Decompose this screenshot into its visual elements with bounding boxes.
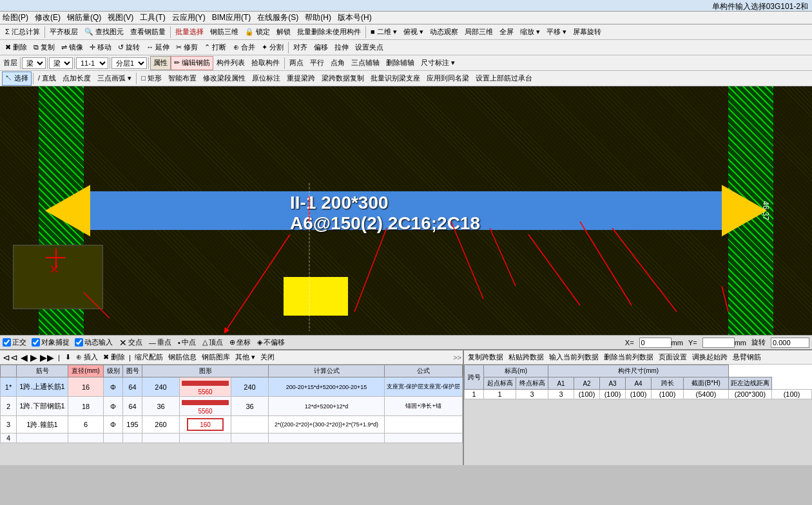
- status-perppoint[interactable]: 垂点: [157, 338, 171, 347]
- btn-twopoint[interactable]: 两点: [286, 56, 307, 70]
- type-select[interactable]: 梁: [22, 57, 46, 69]
- btn-close[interactable]: 关闭: [258, 352, 277, 363]
- menu-bim[interactable]: BIM应用(T): [212, 12, 251, 23]
- btn-input-col-data[interactable]: 输入当前列数据: [546, 352, 601, 363]
- cb-dynamic[interactable]: [75, 338, 83, 347]
- menu-help[interactable]: 帮助(H): [305, 12, 331, 23]
- btn-elem-list[interactable]: 构件列表: [213, 56, 248, 70]
- btn-del-axis[interactable]: 删除辅轴: [383, 56, 418, 70]
- btn-other[interactable]: 其他 ▾: [233, 352, 258, 363]
- btn-trim[interactable]: ✂ 修剪: [173, 41, 201, 55]
- menu-tools[interactable]: 工具(T): [140, 12, 165, 23]
- menu-rebar[interactable]: 钢筋量(Q): [67, 12, 101, 23]
- btn-dynamic[interactable]: 动态观察: [427, 25, 461, 39]
- span-table-scroll[interactable]: 跨号 标高(m) 构件尺寸(mm) 起点标高 终点标高 A1 A2 A3 A4 …: [464, 365, 812, 465]
- btn-rotate[interactable]: ↺ 旋转: [115, 41, 143, 55]
- btn-edit-rebar[interactable]: ✏ 编辑钢筋: [171, 56, 213, 70]
- status-snap[interactable]: 对象捕捉: [41, 338, 70, 347]
- btn-2d[interactable]: ■ 二维 ▾: [367, 25, 400, 39]
- cb-snap[interactable]: [32, 338, 40, 347]
- btn-delete-unused[interactable]: 批量删除未使用构件: [294, 25, 364, 39]
- status-coord[interactable]: 坐标: [237, 338, 251, 347]
- nav-last[interactable]: ▶▶: [39, 352, 55, 363]
- btn-select[interactable]: ↖ 选择: [2, 71, 32, 86]
- btn-fullscreen[interactable]: 全屏: [496, 25, 517, 39]
- btn-pan[interactable]: 平移 ▾: [543, 25, 570, 39]
- y-input[interactable]: [702, 338, 735, 348]
- btn-refresh-span[interactable]: 重提梁跨: [284, 71, 318, 86]
- nav-next[interactable]: ▶: [29, 352, 39, 363]
- cb-ortho[interactable]: [3, 338, 11, 347]
- btn-lock[interactable]: 🔒 锁定: [242, 25, 273, 39]
- btn-rebar3d[interactable]: 钢筋三维: [207, 25, 242, 39]
- status-midpoint[interactable]: 中点: [182, 338, 196, 347]
- btn-mirror[interactable]: ⇌ 镜像: [58, 41, 86, 55]
- btn-parallel[interactable]: 平行: [307, 56, 327, 70]
- btn-batch-support[interactable]: 批量识别梁支座: [367, 71, 423, 86]
- btn-offset[interactable]: 偏移: [311, 41, 331, 55]
- menu-view[interactable]: 视图(V): [108, 12, 133, 23]
- btn-rebar-info[interactable]: 钢筋信息: [166, 352, 199, 363]
- btn-line[interactable]: / 直线: [35, 71, 59, 86]
- btn-delete-row[interactable]: ✖ 删除: [101, 352, 128, 363]
- btn-scale-rebar[interactable]: 缩尺配筋: [132, 352, 166, 363]
- btn-property[interactable]: 属性: [150, 56, 171, 70]
- btn-local3d[interactable]: 局部三维: [461, 25, 496, 39]
- btn-copy-span[interactable]: 梁跨数据复制: [318, 71, 367, 86]
- btn-viewrebar[interactable]: 查看钢筋量: [127, 25, 169, 39]
- status-intersection[interactable]: 交点: [128, 338, 142, 347]
- btn-move[interactable]: ✛ 移动: [86, 41, 115, 55]
- btn-findelem[interactable]: 🔍 查找图元: [81, 25, 127, 39]
- btn-arc3[interactable]: 三点画弧 ▾: [94, 71, 135, 86]
- btn-dim[interactable]: 尺寸标注 ▾: [418, 56, 458, 70]
- menu-modify[interactable]: 修改(E): [35, 12, 61, 23]
- btn-birdview[interactable]: 俯视 ▾: [400, 25, 427, 39]
- menu-cloud[interactable]: 云应用(Y): [172, 12, 206, 23]
- btn-delete[interactable]: ✖ 删除: [2, 41, 30, 55]
- btn-3point-axis[interactable]: 三点辅轴: [348, 56, 383, 70]
- rotate-input[interactable]: [771, 338, 809, 348]
- btn-sigma[interactable]: Σ 汇总计算: [2, 25, 43, 39]
- menu-online[interactable]: 在线服务(S): [257, 12, 298, 23]
- btn-set-top-abutment[interactable]: 设置上部筋过承台: [472, 71, 536, 86]
- status-nooffset[interactable]: 不偏移: [264, 338, 285, 347]
- x-input[interactable]: [639, 338, 672, 348]
- btn-stretch[interactable]: 拉伸: [331, 41, 352, 55]
- rebar-table-scroll[interactable]: 筋号 直径(mm) 级别 图号 图形 计算公式 公式 1* 1跨.上通长筋1 1…: [0, 365, 463, 465]
- btn-copy[interactable]: ⧉ 复制: [30, 41, 58, 55]
- status-dynamic[interactable]: 动态输入: [84, 338, 113, 347]
- btn-rebar-lib[interactable]: 钢筋图库: [199, 352, 233, 363]
- btn-cantilever[interactable]: 悬臂钢筋: [730, 352, 764, 363]
- name-select[interactable]: 梁: [49, 57, 73, 69]
- btn-pick[interactable]: 拾取构件: [248, 56, 283, 70]
- status-endpoint[interactable]: 顶点: [209, 338, 223, 347]
- menu-version[interactable]: 版本号(H): [338, 12, 372, 23]
- btn-insert[interactable]: ⊕ 插入: [73, 352, 101, 363]
- btn-floorplan[interactable]: 平齐板层: [46, 25, 81, 39]
- btn-swap-start[interactable]: 调换起始跨: [690, 352, 730, 363]
- btn-break[interactable]: ⌃ 打断: [201, 41, 229, 55]
- btn-rect[interactable]: □ 矩形: [138, 71, 165, 86]
- nav-prev[interactable]: ◀: [19, 352, 29, 363]
- btn-extend[interactable]: ↔ 延伸: [143, 41, 173, 55]
- num-select[interactable]: 11-1: [76, 57, 108, 69]
- btn-modify-span[interactable]: 修改梁段属性: [200, 71, 249, 86]
- btn-pointangle[interactable]: 点角: [327, 56, 348, 70]
- nav-first[interactable]: ⊲⊲: [1, 352, 19, 363]
- btn-align[interactable]: 对齐: [290, 41, 311, 55]
- btn-merge[interactable]: ⊕ 合并: [230, 41, 258, 55]
- btn-setclamp[interactable]: 设置夹点: [352, 41, 387, 55]
- btn-unlock[interactable]: 解锁: [273, 25, 294, 39]
- btn-nav-arrow-down[interactable]: ⬇: [63, 352, 73, 362]
- btn-zoomout[interactable]: 缩放 ▾: [517, 25, 543, 39]
- btn-del-col-data[interactable]: 删除当前列数据: [601, 352, 656, 363]
- status-ortho[interactable]: 正交: [12, 338, 26, 347]
- section-select[interactable]: 分层1: [111, 57, 147, 69]
- btn-split[interactable]: ✦ 分割: [258, 41, 287, 55]
- btn-point-len[interactable]: 点加长度: [59, 71, 94, 86]
- btn-paste-span-data[interactable]: 粘贴跨数据: [506, 352, 546, 363]
- btn-smart-layout[interactable]: 智能布置: [165, 71, 200, 86]
- btn-page-setup[interactable]: 页面设置: [656, 352, 690, 363]
- btn-origin-mark[interactable]: 原位标注: [249, 71, 284, 86]
- btn-rotate-screen[interactable]: 屏幕旋转: [570, 25, 604, 39]
